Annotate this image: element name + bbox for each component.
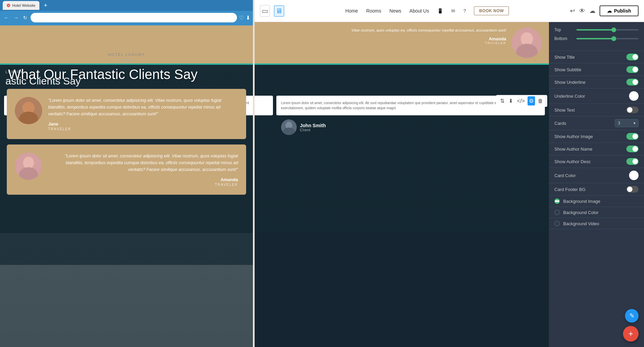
cards-select-row: Cards 3 ▾ xyxy=(549,116,644,130)
back-button[interactable]: ← xyxy=(3,14,10,21)
editor-top-avatar xyxy=(512,27,542,58)
new-tab-button[interactable]: + xyxy=(41,1,50,9)
show-title-row: Show Title xyxy=(549,51,644,63)
testimonial-author-2: Amanda xyxy=(48,177,238,182)
underline-color-label: Underline Color xyxy=(554,94,585,99)
show-title-toggle[interactable] xyxy=(626,54,639,60)
background-color-row[interactable]: Background Color xyxy=(549,207,644,218)
download-toolbar-icon[interactable]: ⬇ xyxy=(507,96,514,105)
editor-author-2-info: John Smith Client xyxy=(300,123,326,132)
show-underline-row: Show Underline xyxy=(549,76,644,89)
plus-icon: + xyxy=(628,329,633,339)
card-footer-bg-row: Card Footer BG xyxy=(549,183,644,196)
header-actions: ↩ 👁 ☁ ☁ Publish xyxy=(570,5,639,16)
sort-toolbar-icon[interactable]: ⇅ xyxy=(499,96,506,105)
background-image-label: Background Image xyxy=(563,199,600,204)
element-toolbar: ⇅ ⬇ </> ⚙ 🗑 xyxy=(496,95,547,107)
background-video-radio[interactable] xyxy=(554,221,560,226)
cloud-icon[interactable]: ☁ xyxy=(589,7,595,15)
spacing-section: Top Bottom xyxy=(549,22,644,51)
mobile-device-icon[interactable]: ▭ xyxy=(260,5,270,17)
desktop-device-icon[interactable]: 🖥 xyxy=(274,5,284,17)
show-author-desc-toggle[interactable] xyxy=(626,158,639,165)
nav-about-editor[interactable]: About Us xyxy=(409,8,429,14)
top-slider-thumb[interactable] xyxy=(611,27,616,32)
show-author-image-row: Show Author Image xyxy=(549,130,644,143)
show-text-label: Show Text xyxy=(554,108,575,113)
eye-icon[interactable]: 👁 xyxy=(579,7,585,15)
card-footer-bg-label: Card Footer BG xyxy=(554,187,586,192)
show-author-name-label: Show Author Name xyxy=(554,147,592,152)
background-color-radio[interactable] xyxy=(554,210,560,215)
underline-color-swatch[interactable] xyxy=(629,91,639,101)
section-divider xyxy=(122,59,132,60)
testimonial-quote-1: "Lorem ipsum dolor sit amet, consectetur… xyxy=(48,97,238,117)
browser-toolbar: ← → ↻ ♡ ⬇ xyxy=(0,11,253,24)
svg-point-4 xyxy=(23,157,34,169)
testimonial-card-1: "Lorem ipsum dolor sit amet, consectetur… xyxy=(7,89,246,139)
editor-top-quote-text: Vitae nostrum, quos voluptas ea, officii… xyxy=(7,27,506,34)
show-subtitle-row: Show Subtitle xyxy=(549,63,644,76)
reload-button[interactable]: ↻ xyxy=(22,14,29,21)
card-color-swatch[interactable] xyxy=(629,171,639,180)
edit-fab-button[interactable]: ✎ xyxy=(625,309,639,323)
settings-toolbar-icon[interactable]: ⚙ xyxy=(528,96,535,105)
section-heading: What Our Fantastic Clients Say xyxy=(0,67,253,82)
show-subtitle-toggle[interactable] xyxy=(626,66,639,73)
delete-toolbar-icon[interactable]: 🗑 xyxy=(536,97,545,105)
section-header: HOTEL LUXURY xyxy=(0,44,253,60)
card-footer-bg-toggle[interactable] xyxy=(626,186,639,193)
show-author-name-toggle[interactable] xyxy=(626,146,639,152)
background-color-label: Background Color xyxy=(563,210,599,215)
background-image-radio[interactable] xyxy=(554,198,560,204)
nav-rooms-editor[interactable]: Rooms xyxy=(366,8,381,14)
forward-button[interactable]: → xyxy=(12,14,20,21)
testimonial-content-2: "Lorem ipsum dolor sit amet, consectetur… xyxy=(48,153,238,187)
download-icon[interactable]: ⬇ xyxy=(246,15,250,21)
nav-news-editor[interactable]: News xyxy=(389,8,401,14)
background-image-row[interactable]: Background Image xyxy=(549,196,644,207)
editor-avatar-john xyxy=(281,119,297,135)
testimonial-avatar-2 xyxy=(15,153,42,180)
code-toolbar-icon[interactable]: </> xyxy=(516,97,526,105)
show-text-row: Show Text xyxy=(549,104,644,116)
background-video-row[interactable]: Background Video xyxy=(549,218,644,229)
bottom-slider-thumb[interactable] xyxy=(611,36,616,41)
add-fab-button[interactable]: + xyxy=(623,326,639,342)
top-spacing-label: Top xyxy=(554,27,576,32)
book-now-editor[interactable]: BOOK NOW xyxy=(474,6,509,15)
editor-top-author: Amanda xyxy=(7,36,506,41)
device-icons: ▭ 🖥 xyxy=(260,5,284,17)
undo-button[interactable]: ↩ xyxy=(570,7,575,15)
address-bar[interactable] xyxy=(31,13,237,22)
top-spacing-slider[interactable] xyxy=(576,29,639,31)
publish-label: Publish xyxy=(614,8,631,14)
close-tab-icon[interactable]: ✕ xyxy=(7,4,10,7)
show-text-toggle[interactable] xyxy=(626,107,639,113)
card-color-row: Card Color xyxy=(549,168,644,183)
cards-value: 3 xyxy=(618,121,620,126)
show-author-image-toggle[interactable] xyxy=(626,133,639,140)
divider xyxy=(253,0,255,347)
publish-button[interactable]: ☁ Publish xyxy=(600,5,639,16)
browser-tab-bar: ✕ Hotel Website + xyxy=(0,0,253,11)
nav-home-editor[interactable]: Home xyxy=(345,8,358,14)
testimonial-role-2: TRAVELER xyxy=(48,183,238,187)
edit-icon: ✎ xyxy=(629,312,634,320)
bottom-spacing-slider[interactable] xyxy=(576,38,639,39)
browser-tab[interactable]: ✕ Hotel Website xyxy=(3,1,39,10)
editor-author-2-name: John Smith xyxy=(300,123,326,128)
top-spacing-row: Top xyxy=(554,27,639,32)
settings-panel: Top Bottom Show Title Show Subtitle Show… xyxy=(549,22,644,347)
show-underline-toggle[interactable] xyxy=(626,79,639,85)
card-color-label: Card Color xyxy=(554,173,576,178)
editor-top-quote: Vitae nostrum, quos voluptas ea, officii… xyxy=(7,27,506,45)
background-video-label: Background Video xyxy=(563,221,599,226)
bottom-spacing-label: Bottom xyxy=(554,36,576,41)
testimonial-author-1: Jane xyxy=(48,121,238,127)
cards-dropdown[interactable]: 3 ▾ xyxy=(615,119,639,127)
section-label: HOTEL LUXURY xyxy=(7,53,246,57)
show-title-label: Show Title xyxy=(554,55,575,60)
editor-nav: Home Rooms News About Us 📱 ✉ ? BOOK NOW xyxy=(345,6,509,15)
bookmark-icon[interactable]: ♡ xyxy=(239,15,244,21)
